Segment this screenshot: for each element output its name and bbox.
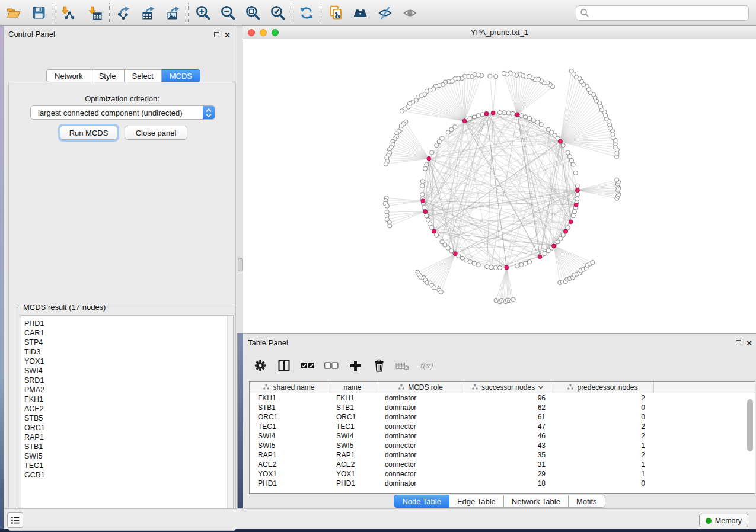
float-panel-button[interactable] bbox=[214, 30, 219, 39]
task-history-list-button[interactable] bbox=[7, 512, 23, 528]
close-panel-button[interactable]: Close panel bbox=[125, 126, 187, 140]
add-column-plus-icon[interactable] bbox=[347, 358, 363, 373]
function-builder-fx-icon-disabled: f(x) bbox=[419, 358, 434, 373]
cell-mcds-role: connector bbox=[377, 441, 464, 450]
mcds-result-node[interactable]: STB5 bbox=[24, 414, 227, 423]
import-table-icon[interactable] bbox=[85, 3, 105, 23]
binoculars-icon[interactable] bbox=[350, 3, 371, 23]
search-input[interactable] bbox=[589, 7, 745, 19]
mcds-result-node[interactable]: ORC1 bbox=[24, 423, 227, 432]
export-table-icon[interactable] bbox=[139, 3, 159, 23]
copy-network-icon[interactable] bbox=[326, 3, 346, 23]
show-all-eye-icon[interactable] bbox=[400, 3, 420, 23]
column-header-mcds-role[interactable]: MCDS role bbox=[377, 382, 464, 393]
mcds-result-node[interactable]: SWI5 bbox=[24, 451, 227, 461]
table-row[interactable]: FKH1FKH1dominator962 bbox=[250, 393, 755, 403]
delete-column-trash-icon[interactable] bbox=[371, 358, 387, 373]
export-image-icon[interactable] bbox=[164, 3, 184, 23]
table-header-row: shared name name MCDS role bbox=[250, 382, 755, 393]
zoom-in-icon[interactable] bbox=[193, 3, 213, 23]
cell-mcds-role: connector bbox=[377, 422, 464, 431]
fx-glyph: f(x) bbox=[420, 361, 433, 370]
tab-network[interactable]: Network bbox=[46, 69, 91, 82]
cell-mcds-role: connector bbox=[377, 460, 464, 469]
tab-node-table[interactable]: Node Table bbox=[394, 495, 449, 508]
zoom-out-icon[interactable] bbox=[218, 3, 238, 23]
cell-name: TEC1 bbox=[328, 422, 377, 431]
table-row[interactable]: SWI5SWI5connector431 bbox=[250, 441, 755, 450]
mcds-result-node[interactable]: STB1 bbox=[24, 442, 227, 451]
table-row[interactable]: ACE2ACE2connector311 bbox=[250, 460, 755, 469]
float-table-panel-button[interactable] bbox=[736, 338, 741, 347]
cell-successor-nodes: 29 bbox=[464, 470, 551, 478]
cell-name: STB1 bbox=[328, 403, 377, 412]
mcds-result-node[interactable]: GCR1 bbox=[24, 470, 227, 480]
run-mcds-button[interactable]: Run MCDS bbox=[60, 126, 117, 140]
mcds-result-list[interactable]: PHD1CAR1STP4TID3YOX1SWI4SRD1PMA2FKH1ACE2… bbox=[21, 315, 234, 524]
table-row[interactable]: STB1STB1dominator620 bbox=[250, 403, 755, 412]
tab-network-table[interactable]: Network Table bbox=[504, 495, 569, 508]
mcds-result-node[interactable]: TID3 bbox=[24, 347, 227, 357]
mcds-result-node[interactable]: CAR1 bbox=[24, 328, 227, 338]
export-network-icon[interactable] bbox=[114, 3, 134, 23]
scrollbar-thumb[interactable] bbox=[747, 399, 753, 451]
table-row[interactable]: SWI4SWI4dominator462 bbox=[250, 431, 755, 441]
tree-icon bbox=[471, 384, 479, 390]
column-header-predecessor-nodes[interactable]: predecessor nodes bbox=[551, 382, 654, 393]
mcds-result-node[interactable]: RAP1 bbox=[24, 432, 227, 442]
unselect-all-columns-icon[interactable] bbox=[324, 358, 339, 373]
table-vertical-scrollbar[interactable] bbox=[747, 395, 754, 493]
control-panel: Control Panel × Network Style Select MCD… bbox=[4, 26, 237, 508]
tab-mcds[interactable]: MCDS bbox=[162, 69, 200, 82]
mcds-result-node[interactable]: STP4 bbox=[24, 338, 227, 347]
table-row[interactable]: PHD1PHD1dominator180 bbox=[250, 479, 755, 488]
hide-selected-eye-icon[interactable] bbox=[375, 3, 395, 23]
select-all-columns-icon[interactable] bbox=[300, 358, 315, 373]
tab-style[interactable]: Style bbox=[91, 69, 125, 82]
cell-predecessor-nodes: 2 bbox=[551, 422, 654, 431]
split-columns-icon[interactable] bbox=[276, 358, 292, 373]
mcds-result-title: MCDS result (17 nodes) bbox=[21, 303, 107, 312]
zoom-fit-icon[interactable] bbox=[243, 3, 263, 23]
tab-edge-table[interactable]: Edge Table bbox=[449, 495, 504, 508]
cell-successor-nodes: 96 bbox=[464, 394, 551, 402]
save-session-icon[interactable] bbox=[28, 3, 49, 23]
mcds-result-node[interactable]: ACE2 bbox=[24, 404, 227, 414]
mcds-result-node[interactable]: PHD1 bbox=[24, 319, 227, 328]
cell-predecessor-nodes: 1 bbox=[551, 470, 654, 478]
cell-predecessor-nodes: 1 bbox=[551, 441, 654, 450]
mcds-result-node[interactable]: PMA2 bbox=[24, 385, 227, 395]
search-field[interactable] bbox=[576, 5, 749, 21]
splitter-handle[interactable] bbox=[238, 258, 243, 271]
tab-motifs[interactable]: Motifs bbox=[569, 495, 605, 508]
column-header-name[interactable]: name bbox=[328, 382, 377, 393]
network-view-window: YPA_prune.txt_1 bbox=[243, 26, 756, 333]
table-row[interactable]: YOX1YOX1connector291 bbox=[250, 469, 755, 479]
close-table-panel-x-button[interactable]: × bbox=[747, 340, 752, 345]
open-session-icon[interactable] bbox=[4, 3, 24, 23]
import-network-icon[interactable] bbox=[58, 3, 78, 23]
mcds-result-node[interactable]: SRD1 bbox=[24, 376, 227, 385]
network-canvas[interactable] bbox=[243, 39, 756, 333]
mcds-result-node[interactable]: TEC1 bbox=[24, 461, 227, 470]
zoom-selected-icon[interactable] bbox=[267, 3, 288, 23]
mcds-result-node[interactable]: YOX1 bbox=[24, 357, 227, 366]
table-row[interactable]: RAP1RAP1dominator352 bbox=[250, 450, 755, 460]
criterion-dropdown[interactable]: largest connected component (undirected) bbox=[30, 105, 215, 120]
column-header-shared-name[interactable]: shared name bbox=[250, 382, 328, 393]
table-row[interactable]: ORC1ORC1dominator610 bbox=[250, 412, 755, 422]
mcds-list-scrollbar[interactable] bbox=[227, 316, 233, 523]
mcds-result-node[interactable]: SWI4 bbox=[24, 366, 227, 376]
cell-shared-name: RAP1 bbox=[250, 451, 328, 459]
dropdown-stepper-icon bbox=[203, 105, 215, 120]
memory-button[interactable]: Memory bbox=[699, 514, 748, 527]
mcds-result-node[interactable]: FKH1 bbox=[24, 395, 227, 404]
cell-shared-name: ACE2 bbox=[250, 460, 328, 469]
close-panel-x-button[interactable]: × bbox=[225, 32, 230, 37]
cell-successor-nodes: 35 bbox=[464, 451, 551, 459]
column-header-successor-nodes[interactable]: successor nodes bbox=[464, 382, 551, 393]
tab-select[interactable]: Select bbox=[125, 69, 162, 82]
table-settings-gear-icon[interactable] bbox=[253, 358, 268, 373]
refresh-icon[interactable] bbox=[296, 3, 317, 23]
table-row[interactable]: TEC1TEC1connector472 bbox=[250, 422, 755, 431]
